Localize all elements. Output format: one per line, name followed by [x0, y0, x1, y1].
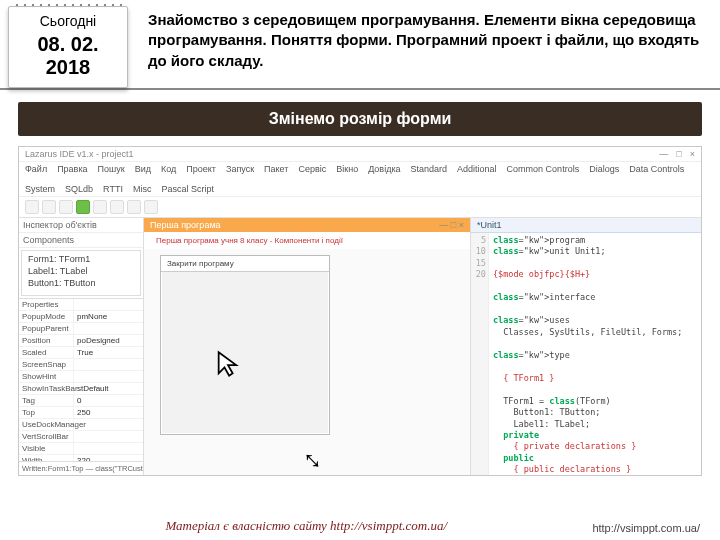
window-controls[interactable]: — □ ×: [659, 149, 695, 159]
menu-item[interactable]: RTTI: [103, 184, 123, 194]
property-row[interactable]: Tag0: [19, 395, 143, 407]
menu-item[interactable]: System: [25, 184, 55, 194]
today-label: Сьогодні: [17, 13, 119, 29]
form-window-controls[interactable]: — □ ×: [439, 220, 464, 230]
form-tab[interactable]: Перша програма: [150, 220, 221, 230]
property-row[interactable]: PopupParent: [19, 323, 143, 335]
property-row[interactable]: PopupModepmNone: [19, 311, 143, 323]
editor-tab[interactable]: *Unit1: [471, 218, 701, 233]
maximize-icon[interactable]: □: [676, 149, 681, 159]
ide-screenshot: Lazarus IDE v1.x - project1 — □ × ФайлПр…: [18, 146, 702, 476]
property-row[interactable]: ShowHint: [19, 371, 143, 383]
menu-item[interactable]: Правка: [57, 164, 87, 174]
date-block: Сьогодні 08. 02. 2018: [8, 6, 128, 88]
code-editor[interactable]: 5 10 15 20 class="kw">program class="kw"…: [471, 233, 701, 475]
menu-item[interactable]: Запуск: [226, 164, 254, 174]
save-icon[interactable]: [59, 200, 73, 214]
section-banner: Змінемо розмір форми: [18, 102, 702, 136]
slide-title: Знайомство з середовищем програмування. …: [148, 6, 700, 71]
menu-item[interactable]: Pascal Script: [161, 184, 214, 194]
tree-node[interactable]: Form1: TForm1: [24, 253, 138, 265]
object-inspector-panel: Інспектор об'єктів Components Form1: TFo…: [19, 218, 144, 475]
components-title: Components: [19, 233, 143, 248]
menu-bar[interactable]: ФайлПравкаПошукВидКодПроектЗапускПакетСе…: [19, 162, 701, 197]
stop-icon[interactable]: [110, 200, 124, 214]
step-into-icon[interactable]: [144, 200, 158, 214]
menu-item[interactable]: Сервіс: [298, 164, 326, 174]
form-mock[interactable]: Закрити програму: [160, 255, 330, 435]
menu-item[interactable]: Код: [161, 164, 176, 174]
menu-item[interactable]: Additional: [457, 164, 497, 174]
menu-item[interactable]: SQLdb: [65, 184, 93, 194]
date-value: 08. 02. 2018: [17, 33, 119, 79]
menu-item[interactable]: Пакет: [264, 164, 288, 174]
inspector-title: Інспектор об'єктів: [19, 218, 143, 233]
menu-item[interactable]: Common Controls: [507, 164, 580, 174]
form-canvas[interactable]: Закрити програму ↔: [144, 249, 470, 475]
source-editor-panel: *Unit1 5 10 15 20 class="kw">program cla…: [471, 218, 701, 475]
form-designer-panel: Перша програма — □ × Перша програма учня…: [144, 218, 471, 475]
property-row[interactable]: Properties: [19, 299, 143, 311]
menu-item[interactable]: Проект: [186, 164, 216, 174]
menu-item[interactable]: Dialogs: [589, 164, 619, 174]
menu-item[interactable]: Data Controls: [629, 164, 684, 174]
new-icon[interactable]: [25, 200, 39, 214]
menu-item[interactable]: Вікно: [336, 164, 358, 174]
toolbar[interactable]: [19, 197, 701, 218]
property-row[interactable]: VertScrollBar: [19, 431, 143, 443]
pause-icon[interactable]: [93, 200, 107, 214]
property-row[interactable]: UseDockManager: [19, 419, 143, 431]
property-row[interactable]: ScreenSnap: [19, 359, 143, 371]
footer-url: http://vsimppt.com.ua/: [592, 522, 700, 534]
close-icon[interactable]: ×: [690, 149, 695, 159]
inspector-status: Written:Form1:Top — class("TRCustomForm"…: [19, 461, 143, 475]
menu-item[interactable]: Пошук: [98, 164, 125, 174]
cursor-arrow-icon: [214, 349, 242, 379]
property-row[interactable]: PositionpoDesigned: [19, 335, 143, 347]
property-row[interactable]: ShowInTaskBarstDefault: [19, 383, 143, 395]
mock-form-title: Закрити програму: [161, 256, 329, 272]
form-subcaption: Перша програма учня 8 класу - Компоненти…: [144, 232, 470, 249]
code-text[interactable]: class="kw">program class="kw">unit Unit1…: [489, 233, 686, 475]
tree-node[interactable]: Label1: TLabel: [24, 265, 138, 277]
line-gutter: 5 10 15 20: [471, 233, 489, 475]
run-icon[interactable]: [76, 200, 90, 214]
property-row[interactable]: Visible: [19, 443, 143, 455]
property-row[interactable]: ScaledTrue: [19, 347, 143, 359]
menu-item[interactable]: Misc: [133, 184, 152, 194]
menu-item[interactable]: Файл: [25, 164, 47, 174]
step-over-icon[interactable]: [127, 200, 141, 214]
tree-node[interactable]: Button1: TButton: [24, 277, 138, 289]
open-icon[interactable]: [42, 200, 56, 214]
credit-text: Матеріал є власністю сайту http://vsimpp…: [20, 518, 592, 534]
ide-window-title: Lazarus IDE v1.x - project1: [25, 149, 134, 159]
property-row[interactable]: Top250: [19, 407, 143, 419]
property-grid[interactable]: PropertiesPopupModepmNonePopupParentPosi…: [19, 298, 143, 461]
resize-arrow-icon: ↔: [292, 439, 334, 475]
menu-item[interactable]: Standard: [411, 164, 448, 174]
minimize-icon[interactable]: —: [659, 149, 668, 159]
menu-item[interactable]: Вид: [135, 164, 151, 174]
menu-item[interactable]: Довідка: [368, 164, 400, 174]
component-tree[interactable]: Form1: TForm1 Label1: TLabel Button1: TB…: [21, 250, 141, 296]
